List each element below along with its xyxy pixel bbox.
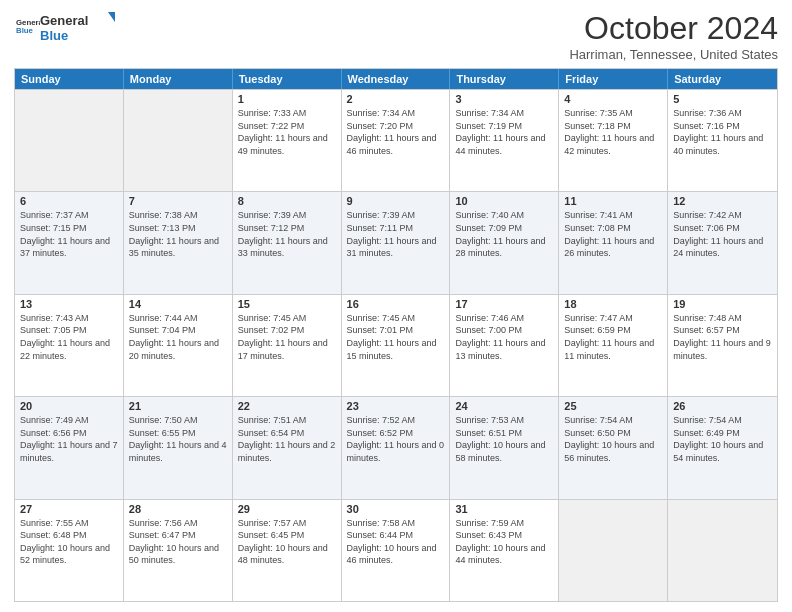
calendar-cell: 1Sunrise: 7:33 AMSunset: 7:22 PMDaylight… (233, 90, 342, 191)
day-number: 29 (238, 503, 336, 515)
calendar-cell: 22Sunrise: 7:51 AMSunset: 6:54 PMDayligh… (233, 397, 342, 498)
calendar-cell: 7Sunrise: 7:38 AMSunset: 7:13 PMDaylight… (124, 192, 233, 293)
cell-info: Sunrise: 7:48 AMSunset: 6:57 PMDaylight:… (673, 312, 772, 362)
day-number: 21 (129, 400, 227, 412)
calendar-cell: 15Sunrise: 7:45 AMSunset: 7:02 PMDayligh… (233, 295, 342, 396)
calendar-cell: 16Sunrise: 7:45 AMSunset: 7:01 PMDayligh… (342, 295, 451, 396)
day-number: 11 (564, 195, 662, 207)
svg-text:General: General (16, 18, 40, 27)
day-number: 10 (455, 195, 553, 207)
cell-info: Sunrise: 7:58 AMSunset: 6:44 PMDaylight:… (347, 517, 445, 567)
calendar-cell (15, 90, 124, 191)
cell-info: Sunrise: 7:34 AMSunset: 7:19 PMDaylight:… (455, 107, 553, 157)
calendar-cell: 2Sunrise: 7:34 AMSunset: 7:20 PMDaylight… (342, 90, 451, 191)
cell-info: Sunrise: 7:39 AMSunset: 7:12 PMDaylight:… (238, 209, 336, 259)
calendar-week-4: 20Sunrise: 7:49 AMSunset: 6:56 PMDayligh… (15, 396, 777, 498)
calendar-cell: 18Sunrise: 7:47 AMSunset: 6:59 PMDayligh… (559, 295, 668, 396)
calendar-cell: 20Sunrise: 7:49 AMSunset: 6:56 PMDayligh… (15, 397, 124, 498)
logo-svg: General Blue (40, 10, 115, 46)
cell-info: Sunrise: 7:39 AMSunset: 7:11 PMDaylight:… (347, 209, 445, 259)
day-number: 2 (347, 93, 445, 105)
day-number: 8 (238, 195, 336, 207)
cell-info: Sunrise: 7:43 AMSunset: 7:05 PMDaylight:… (20, 312, 118, 362)
day-number: 17 (455, 298, 553, 310)
calendar-header: SundayMondayTuesdayWednesdayThursdayFrid… (15, 69, 777, 89)
svg-marker-5 (108, 12, 115, 22)
cell-info: Sunrise: 7:35 AMSunset: 7:18 PMDaylight:… (564, 107, 662, 157)
day-number: 18 (564, 298, 662, 310)
calendar-cell: 6Sunrise: 7:37 AMSunset: 7:15 PMDaylight… (15, 192, 124, 293)
calendar-cell: 31Sunrise: 7:59 AMSunset: 6:43 PMDayligh… (450, 500, 559, 601)
calendar-cell (124, 90, 233, 191)
day-header-saturday: Saturday (668, 69, 777, 89)
day-number: 5 (673, 93, 772, 105)
calendar-week-5: 27Sunrise: 7:55 AMSunset: 6:48 PMDayligh… (15, 499, 777, 601)
day-number: 23 (347, 400, 445, 412)
cell-info: Sunrise: 7:46 AMSunset: 7:00 PMDaylight:… (455, 312, 553, 362)
day-header-friday: Friday (559, 69, 668, 89)
day-number: 16 (347, 298, 445, 310)
calendar-week-3: 13Sunrise: 7:43 AMSunset: 7:05 PMDayligh… (15, 294, 777, 396)
day-number: 3 (455, 93, 553, 105)
calendar: SundayMondayTuesdayWednesdayThursdayFrid… (14, 68, 778, 602)
cell-info: Sunrise: 7:52 AMSunset: 6:52 PMDaylight:… (347, 414, 445, 464)
cell-info: Sunrise: 7:54 AMSunset: 6:49 PMDaylight:… (673, 414, 772, 464)
cell-info: Sunrise: 7:51 AMSunset: 6:54 PMDaylight:… (238, 414, 336, 464)
cell-info: Sunrise: 7:55 AMSunset: 6:48 PMDaylight:… (20, 517, 118, 567)
day-number: 12 (673, 195, 772, 207)
calendar-cell: 5Sunrise: 7:36 AMSunset: 7:16 PMDaylight… (668, 90, 777, 191)
cell-info: Sunrise: 7:45 AMSunset: 7:02 PMDaylight:… (238, 312, 336, 362)
calendar-cell: 11Sunrise: 7:41 AMSunset: 7:08 PMDayligh… (559, 192, 668, 293)
cell-info: Sunrise: 7:50 AMSunset: 6:55 PMDaylight:… (129, 414, 227, 464)
day-number: 7 (129, 195, 227, 207)
calendar-cell: 28Sunrise: 7:56 AMSunset: 6:47 PMDayligh… (124, 500, 233, 601)
cell-info: Sunrise: 7:53 AMSunset: 6:51 PMDaylight:… (455, 414, 553, 464)
cell-info: Sunrise: 7:34 AMSunset: 7:20 PMDaylight:… (347, 107, 445, 157)
day-header-sunday: Sunday (15, 69, 124, 89)
calendar-week-2: 6Sunrise: 7:37 AMSunset: 7:15 PMDaylight… (15, 191, 777, 293)
day-number: 4 (564, 93, 662, 105)
day-number: 14 (129, 298, 227, 310)
cell-info: Sunrise: 7:54 AMSunset: 6:50 PMDaylight:… (564, 414, 662, 464)
day-number: 30 (347, 503, 445, 515)
day-number: 26 (673, 400, 772, 412)
svg-text:General: General (40, 13, 88, 28)
logo: General Blue General Blue (14, 10, 115, 46)
calendar-cell: 3Sunrise: 7:34 AMSunset: 7:19 PMDaylight… (450, 90, 559, 191)
svg-text:Blue: Blue (40, 28, 68, 43)
day-number: 15 (238, 298, 336, 310)
calendar-week-1: 1Sunrise: 7:33 AMSunset: 7:22 PMDaylight… (15, 89, 777, 191)
cell-info: Sunrise: 7:40 AMSunset: 7:09 PMDaylight:… (455, 209, 553, 259)
header: General Blue General Blue October 2024 H… (14, 10, 778, 62)
cell-info: Sunrise: 7:56 AMSunset: 6:47 PMDaylight:… (129, 517, 227, 567)
calendar-cell: 27Sunrise: 7:55 AMSunset: 6:48 PMDayligh… (15, 500, 124, 601)
calendar-cell: 12Sunrise: 7:42 AMSunset: 7:06 PMDayligh… (668, 192, 777, 293)
title-block: October 2024 Harriman, Tennessee, United… (569, 10, 778, 62)
calendar-body: 1Sunrise: 7:33 AMSunset: 7:22 PMDaylight… (15, 89, 777, 601)
day-number: 19 (673, 298, 772, 310)
cell-info: Sunrise: 7:45 AMSunset: 7:01 PMDaylight:… (347, 312, 445, 362)
calendar-cell: 13Sunrise: 7:43 AMSunset: 7:05 PMDayligh… (15, 295, 124, 396)
day-number: 22 (238, 400, 336, 412)
day-number: 9 (347, 195, 445, 207)
day-number: 25 (564, 400, 662, 412)
cell-info: Sunrise: 7:44 AMSunset: 7:04 PMDaylight:… (129, 312, 227, 362)
day-header-monday: Monday (124, 69, 233, 89)
calendar-cell: 10Sunrise: 7:40 AMSunset: 7:09 PMDayligh… (450, 192, 559, 293)
cell-info: Sunrise: 7:47 AMSunset: 6:59 PMDaylight:… (564, 312, 662, 362)
calendar-cell: 23Sunrise: 7:52 AMSunset: 6:52 PMDayligh… (342, 397, 451, 498)
cell-info: Sunrise: 7:33 AMSunset: 7:22 PMDaylight:… (238, 107, 336, 157)
day-number: 1 (238, 93, 336, 105)
day-number: 31 (455, 503, 553, 515)
calendar-cell (668, 500, 777, 601)
day-number: 13 (20, 298, 118, 310)
calendar-cell: 30Sunrise: 7:58 AMSunset: 6:44 PMDayligh… (342, 500, 451, 601)
calendar-cell: 9Sunrise: 7:39 AMSunset: 7:11 PMDaylight… (342, 192, 451, 293)
day-number: 24 (455, 400, 553, 412)
cell-info: Sunrise: 7:38 AMSunset: 7:13 PMDaylight:… (129, 209, 227, 259)
month-title: October 2024 (569, 10, 778, 47)
day-number: 28 (129, 503, 227, 515)
day-number: 6 (20, 195, 118, 207)
day-number: 27 (20, 503, 118, 515)
calendar-cell: 29Sunrise: 7:57 AMSunset: 6:45 PMDayligh… (233, 500, 342, 601)
